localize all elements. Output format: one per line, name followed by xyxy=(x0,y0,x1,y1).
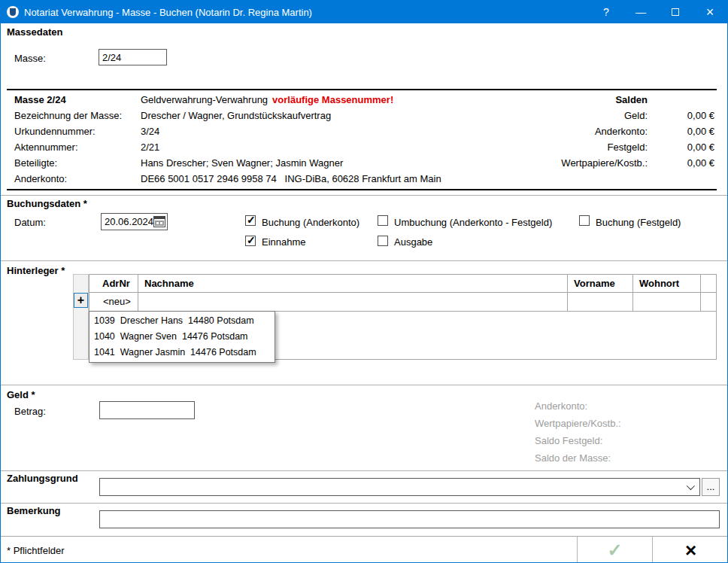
checkbox-label: Buchung (Anderkonto) xyxy=(262,217,359,228)
check-icon: ✓ xyxy=(607,540,622,561)
row-label: Aktennummer: xyxy=(14,142,78,153)
column-header-adrnr[interactable]: AdrNr xyxy=(89,275,138,292)
saldo-wertpapiere-label: Wertpapiere/Kostb.: xyxy=(535,418,621,429)
column-header-empty xyxy=(701,275,716,292)
add-hinterleger-button[interactable]: + xyxy=(74,293,88,308)
checkbox-label: Umbuchung (Anderkonto - Festgeld) xyxy=(394,217,552,228)
confirm-button[interactable]: ✓ xyxy=(577,537,652,563)
saldo-value: 0,00 € xyxy=(687,126,714,137)
checkbox-label: Ausgabe xyxy=(394,236,432,248)
maximize-button[interactable] xyxy=(658,1,693,23)
buchungsdaten-heading: Buchungsdaten * xyxy=(7,198,87,209)
saldo-masse-label: Saldo der Masse: xyxy=(535,452,611,464)
bemerkung-heading: Bemerkung xyxy=(7,505,61,516)
section-divider xyxy=(1,503,728,504)
masse-summary: Masse 2/24 Geldverwahrung-Verwahrungvorl… xyxy=(7,89,717,190)
checkbox-ausgabe[interactable] xyxy=(378,236,388,246)
app-icon xyxy=(7,6,19,18)
table-cell[interactable] xyxy=(633,293,701,311)
zahlungsgrund-more-button[interactable]: ... xyxy=(702,478,720,496)
saldo-anderkonto-label: Anderkonto: xyxy=(535,400,587,412)
iban-value: DE66 5001 0517 2946 9958 74 ING-DiBa, 60… xyxy=(141,173,441,184)
saldo-value: 0,00 € xyxy=(687,110,714,121)
help-button[interactable]: ? xyxy=(589,1,623,23)
row-value: 3/24 xyxy=(141,126,159,137)
titlebar: Notariat Verwahrung - Masse - Buchen (No… xyxy=(1,1,727,23)
massedaten-heading: Massedaten xyxy=(7,26,62,38)
row-value: Drescher / Wagner, Grundstückskaufvertra… xyxy=(141,110,331,121)
checkbox-einnahme[interactable] xyxy=(245,236,256,246)
provisional-number-warning: vorläufige Massenummer! xyxy=(272,94,393,105)
row-label: Urkundennummer: xyxy=(14,126,96,137)
saldo-value: 0,00 € xyxy=(687,142,714,153)
row-value: 2/21 xyxy=(141,142,159,153)
verwahrung-type: Geldverwahrung-Verwahrung xyxy=(141,94,268,105)
datum-field[interactable]: 20.06.2024 xyxy=(101,213,168,230)
summary-title: Masse 2/24 xyxy=(14,94,66,105)
zahlungsgrund-heading: Zahlungsgrund xyxy=(7,473,78,484)
row-value: Hans Drescher; Sven Wagner; Jasmin Wagne… xyxy=(141,157,343,169)
cancel-button[interactable]: × xyxy=(652,537,728,563)
saldo-label: Anderkonto: xyxy=(595,126,648,137)
new-row-cell[interactable]: <neu> xyxy=(89,293,138,311)
checkbox-buchung-anderkonto[interactable] xyxy=(245,215,256,226)
salden-heading: Salden xyxy=(615,94,648,105)
saldo-festgeld-label: Saldo Festgeld: xyxy=(535,435,602,446)
summary-type: Geldverwahrung-Verwahrungvorläufige Mass… xyxy=(141,94,393,105)
dropdown-item[interactable]: 1041 Wagner Jasmin 14476 Potsdam xyxy=(89,345,275,361)
column-header-vorname[interactable]: Vorname xyxy=(568,275,633,292)
masse-label: Masse: xyxy=(14,53,46,64)
betrag-input[interactable] xyxy=(99,401,195,419)
column-header-wohnort[interactable]: Wohnort xyxy=(633,275,701,292)
saldo-label: Festgeld: xyxy=(608,142,648,153)
table-cell[interactable] xyxy=(138,293,568,311)
chevron-down-icon[interactable] xyxy=(687,482,695,490)
row-label: Anderkonto: xyxy=(14,173,67,184)
summary-row: Bezeichnung der Masse: Drescher / Wagner… xyxy=(7,108,717,124)
summary-row: Urkundennummer: 3/24 Anderkonto: 0,00 € xyxy=(7,124,717,140)
dropdown-item[interactable]: 1039 Drescher Hans 14480 Potsdam xyxy=(89,313,275,329)
row-label: Beteiligte: xyxy=(14,157,57,169)
app-window: Notariat Verwahrung - Masse - Buchen (No… xyxy=(0,0,728,563)
summary-row: Aktennummer: 2/21 Festgeld: 0,00 € xyxy=(7,140,717,156)
saldo-value: 0,00 € xyxy=(687,157,714,169)
section-divider xyxy=(1,195,728,196)
checkbox-label: Buchung (Festgeld) xyxy=(596,217,681,228)
saldo-label: Wertpapiere/Kostb.: xyxy=(561,157,648,169)
bemerkung-input[interactable] xyxy=(99,510,720,528)
table-cell[interactable] xyxy=(568,293,633,311)
section-divider xyxy=(1,260,728,261)
close-button[interactable]: × xyxy=(693,1,727,23)
maximize-icon xyxy=(672,8,679,16)
checkbox-umbuchung[interactable] xyxy=(378,215,388,226)
table-row-new[interactable]: <neu> xyxy=(89,293,716,312)
summary-row: Beteiligte: Hans Drescher; Sven Wagner; … xyxy=(7,156,717,172)
zahlungsgrund-combobox[interactable] xyxy=(99,478,700,496)
row-selector-gutter xyxy=(73,274,89,360)
saldo-label: Geld: xyxy=(624,110,648,121)
dropdown-item[interactable]: 1040 Wagner Sven 14476 Potsdam xyxy=(89,329,275,345)
section-divider xyxy=(1,385,728,385)
geld-heading: Geld * xyxy=(7,389,35,400)
section-divider xyxy=(1,470,728,471)
address-suggestion-dropdown: 1039 Drescher Hans 14480 Potsdam 1040 Wa… xyxy=(89,311,275,363)
footer-bar: * Pflichtfelder ✓ × xyxy=(1,536,728,563)
betrag-label: Betrag: xyxy=(14,406,46,417)
calendar-icon[interactable] xyxy=(153,216,165,227)
table-cell xyxy=(701,293,716,311)
window-title: Notariat Verwahrung - Masse - Buchen (No… xyxy=(24,7,589,18)
table-header-row: AdrNr Nachname Vorname Wohnort xyxy=(89,275,716,293)
row-label: Bezeichnung der Masse: xyxy=(14,110,122,121)
masse-input[interactable] xyxy=(99,49,167,65)
hinterleger-heading: Hinterleger * xyxy=(7,265,65,276)
pflichtfelder-note: * Pflichtfelder xyxy=(7,545,65,556)
column-header-nachname[interactable]: Nachname xyxy=(138,275,568,292)
minimize-button[interactable]: — xyxy=(623,1,658,23)
datum-value: 20.06.2024 xyxy=(105,216,153,227)
summary-row: Anderkonto: DE66 5001 0517 2946 9958 74 … xyxy=(7,172,717,187)
close-x-icon: × xyxy=(685,543,696,558)
checkbox-buchung-festgeld[interactable] xyxy=(579,215,590,226)
summary-header-row: Masse 2/24 Geldverwahrung-Verwahrungvorl… xyxy=(7,93,717,108)
checkbox-label: Einnahme xyxy=(262,236,306,248)
datum-label: Datum: xyxy=(14,217,46,228)
